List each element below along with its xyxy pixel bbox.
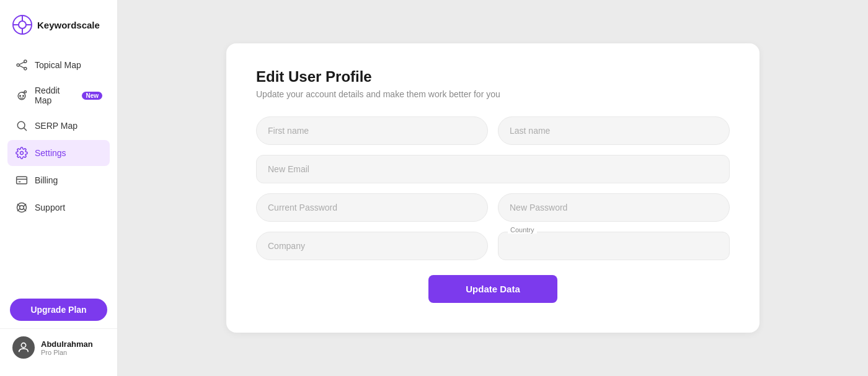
sidebar-item-label: Reddit Map — [35, 85, 74, 105]
sidebar-item-label: SERP Map — [35, 121, 78, 131]
country-field: Country — [498, 232, 730, 260]
svg-point-28 — [21, 343, 25, 348]
svg-point-8 — [24, 68, 27, 70]
first-name-field — [256, 116, 488, 145]
svg-line-9 — [19, 62, 24, 64]
first-name-input[interactable] — [256, 116, 488, 145]
company-field — [256, 232, 488, 260]
current-password-field — [256, 193, 488, 222]
sidebar-item-support[interactable]: Support — [7, 195, 110, 221]
sidebar-item-billing[interactable]: Billing — [7, 167, 110, 193]
sidebar-nav: Topical Map Reddit Map New — [0, 47, 117, 291]
name-row — [256, 116, 730, 145]
user-plan: Pro Plan — [41, 349, 93, 356]
logo[interactable]: Keywordscale — [0, 10, 117, 47]
page-subtitle: Update your account details and make the… — [256, 89, 730, 99]
svg-point-7 — [24, 60, 27, 63]
svg-rect-19 — [17, 177, 27, 184]
update-data-button[interactable]: Update Data — [428, 275, 557, 303]
svg-point-6 — [17, 64, 19, 66]
user-profile: Abdulrahman Pro Plan — [0, 328, 117, 366]
email-field-wrapper — [256, 155, 730, 183]
current-password-input[interactable] — [256, 193, 488, 222]
serp-map-icon — [15, 119, 29, 133]
new-password-input[interactable] — [498, 193, 730, 222]
email-row — [256, 155, 730, 183]
svg-point-14 — [24, 91, 26, 93]
sidebar-item-label: Support — [35, 203, 65, 212]
last-name-input[interactable] — [498, 116, 730, 145]
sidebar-item-topical-map[interactable]: Topical Map — [7, 52, 110, 78]
password-row — [256, 193, 730, 222]
billing-icon — [15, 173, 29, 187]
sidebar-item-reddit-map[interactable]: Reddit Map New — [7, 79, 110, 111]
company-input[interactable] — [256, 232, 488, 260]
email-input[interactable] — [256, 155, 730, 183]
last-name-field — [498, 116, 730, 145]
new-badge: New — [82, 92, 102, 100]
sidebar-item-label: Billing — [35, 175, 58, 185]
main-content: Edit User Profile Update your account de… — [118, 0, 868, 376]
sidebar-item-serp-map[interactable]: SERP Map — [7, 113, 110, 139]
settings-card: Edit User Profile Update your account de… — [226, 43, 760, 333]
topical-map-icon — [15, 58, 29, 72]
user-info: Abdulrahman Pro Plan — [41, 339, 93, 356]
sidebar: Keywordscale Topical Map — [0, 0, 118, 376]
svg-point-18 — [20, 152, 24, 155]
user-name: Abdulrahman — [41, 339, 93, 349]
page-title: Edit User Profile — [256, 68, 730, 85]
svg-point-13 — [23, 95, 24, 97]
logo-icon — [12, 15, 32, 35]
svg-line-10 — [19, 66, 24, 68]
svg-point-23 — [20, 206, 24, 210]
svg-point-12 — [20, 95, 21, 97]
sidebar-item-settings[interactable]: Settings — [7, 140, 110, 166]
svg-point-1 — [19, 21, 26, 28]
upgrade-plan-button[interactable]: Upgrade Plan — [10, 299, 107, 321]
country-input[interactable] — [498, 232, 730, 260]
reddit-map-icon — [15, 89, 29, 102]
support-icon — [15, 201, 29, 214]
avatar — [12, 336, 35, 359]
company-country-row: Country — [256, 232, 730, 260]
new-password-field — [498, 193, 730, 222]
sidebar-item-label: Topical Map — [35, 60, 81, 70]
svg-point-22 — [17, 203, 27, 212]
svg-line-17 — [24, 128, 27, 131]
logo-text: Keywordscale — [37, 20, 100, 30]
country-label: Country — [508, 226, 537, 234]
settings-icon — [15, 146, 29, 160]
sidebar-item-label: Settings — [35, 148, 66, 158]
